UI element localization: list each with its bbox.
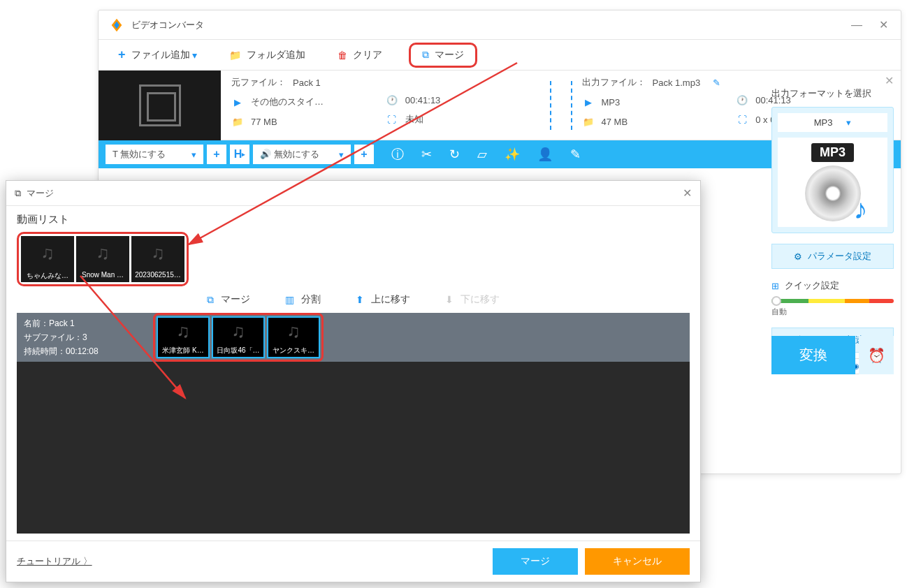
music-note-icon: ♫ xyxy=(176,321,190,342)
parameter-settings-button[interactable]: ⚙ パラメータ設定 xyxy=(771,244,894,269)
add-folder-label: フォルダ追加 xyxy=(247,49,305,61)
pack-info: 名前：Pack 1 サブファイル：3 持続時間：00:12:08 xyxy=(24,318,143,358)
music-note-icon: ♫ xyxy=(151,242,165,264)
source-style: その他のスタイ… xyxy=(251,96,324,108)
expand-icon: ⛶ xyxy=(386,113,398,126)
folder-icon: 📁 xyxy=(582,115,595,128)
folder-plus-icon: 📁 xyxy=(229,50,241,61)
quality-slider[interactable] xyxy=(771,299,894,303)
output-name: Pack 1.mp3 xyxy=(653,78,701,88)
output-format: MP3 xyxy=(602,97,621,108)
format-badge: MP3 xyxy=(811,143,854,162)
format-select[interactable]: MP3 ▾ xyxy=(778,113,887,132)
right-panel: 出力フォーマットを選択 MP3 ▾ MP3 ♪ ⚙ パラメータ設定 ⊞ xyxy=(764,80,901,381)
param-label: パラメータ設定 xyxy=(808,250,871,263)
subtitle-tool-icon[interactable]: ✎ xyxy=(570,147,581,162)
video-item[interactable]: ♫ 2023062515… xyxy=(131,236,184,282)
play-icon: ▶ xyxy=(231,96,244,108)
arrow-up-icon: ⬆ xyxy=(356,294,364,305)
quick-label: クイック設定 xyxy=(785,279,839,292)
music-note-icon: ♪ xyxy=(854,193,868,225)
music-note-icon: ♫ xyxy=(96,242,110,264)
format-value: MP3 xyxy=(814,117,833,128)
pack-item[interactable]: ♫ ヤンクスキ… xyxy=(267,316,320,358)
video-item[interactable]: ♫ ちゃんみな… xyxy=(21,236,74,282)
sliders-icon: ⊞ xyxy=(771,281,779,291)
dialog-title: マージ xyxy=(27,187,54,200)
text-select[interactable]: T 無効にする▾ xyxy=(106,145,203,164)
app-logo-icon xyxy=(109,17,124,33)
clock-icon: 🕐 xyxy=(386,94,398,106)
pack-subcount: 3 xyxy=(82,332,87,342)
video-item[interactable]: ♫ Snow Man … xyxy=(76,236,129,282)
convert-button[interactable]: 変換 xyxy=(771,336,855,374)
format-panel-title: 出力フォーマットを選択 xyxy=(771,87,894,100)
dialog-actions: ⧉マージ ▥分割 ⬆上に移す ⬇下に移す xyxy=(17,286,690,313)
dialog-body: 動画リスト ♫ ちゃんみな… ♫ Snow Man … ♫ 2023062515… xyxy=(6,206,700,541)
action-move-up[interactable]: ⬆上に移す xyxy=(356,293,410,306)
merge-button[interactable]: ⧉ マージ xyxy=(409,43,477,68)
schedule-button[interactable]: ⏰ xyxy=(859,336,894,374)
add-text-button[interactable]: + xyxy=(207,145,226,164)
merge-label: マージ xyxy=(435,49,464,61)
slider-label: 自動 xyxy=(771,307,894,317)
quick-settings-title: ⊞ クイック設定 xyxy=(771,279,894,292)
source-label: 元ファイル： xyxy=(231,76,286,89)
file-thumbnail[interactable] xyxy=(99,71,221,140)
merge-dialog: ⧉ マージ ✕ 動画リスト ♫ ちゃんみな… ♫ Snow Man … ♫ 20… xyxy=(6,180,701,582)
titlebar: ビデオコンバータ — ✕ xyxy=(99,10,901,40)
pack-name: Pack 1 xyxy=(49,318,75,328)
watermark-tool-icon[interactable]: 👤 xyxy=(537,147,553,162)
folder-icon: 📁 xyxy=(231,115,244,128)
merge-dialog-icon: ⧉ xyxy=(15,188,21,199)
edit-icon[interactable]: ✎ xyxy=(713,78,720,88)
dialog-merge-button[interactable]: マージ xyxy=(493,548,578,575)
clear-button[interactable]: 🗑 クリア xyxy=(332,46,388,64)
output-label: 出力ファイル： xyxy=(582,76,646,89)
rotate-tool-icon[interactable]: ↻ xyxy=(449,147,460,162)
pack-item-name: ヤンクスキ… xyxy=(268,344,319,357)
music-note-icon: ♫ xyxy=(286,321,300,342)
add-file-button[interactable]: + ファイル追加 ▾ xyxy=(113,45,203,65)
cut-tool-icon[interactable]: ✂ xyxy=(421,147,432,162)
pack-item-name: 米津玄師 K… xyxy=(158,344,208,357)
sliders-icon: ⚙ xyxy=(794,251,802,262)
video-list: ♫ ちゃんみな… ♫ Snow Man … ♫ 2023062515… xyxy=(17,232,189,286)
window-controls: — ✕ xyxy=(850,18,890,32)
effects-tool-icon[interactable]: ✨ xyxy=(505,147,520,162)
split-icon: ▥ xyxy=(285,294,294,305)
merge-icon: ⧉ xyxy=(422,49,429,61)
video-name: 2023062515… xyxy=(131,270,184,280)
expand-icon: ⛶ xyxy=(736,113,748,126)
close-button[interactable]: ✕ xyxy=(876,18,890,32)
clear-label: クリア xyxy=(353,49,382,61)
pack-item[interactable]: ♫ 米津玄師 K… xyxy=(157,316,210,358)
merge-icon: ⧉ xyxy=(207,294,214,306)
dialog-close-button[interactable]: ✕ xyxy=(683,186,692,200)
add-audio-button[interactable]: + xyxy=(354,145,374,164)
video-name: ちゃんみな… xyxy=(21,270,74,282)
source-size: 77 MB xyxy=(251,117,277,127)
audio-select[interactable]: 🔊 無効にする▾ xyxy=(253,145,351,164)
pack-item[interactable]: ♫ 日向坂46「… xyxy=(212,316,265,358)
app-title: ビデオコンバータ xyxy=(131,19,850,31)
info-tool-icon[interactable]: ⓘ xyxy=(391,146,404,163)
action-split[interactable]: ▥分割 xyxy=(285,293,321,306)
source-dim: 未知 xyxy=(405,113,423,126)
dialog-cancel-button[interactable]: キャンセル xyxy=(585,548,690,575)
action-merge[interactable]: ⧉マージ xyxy=(207,293,250,306)
play-icon: ▶ xyxy=(582,96,595,108)
tutorial-link[interactable]: チュートリアル 〉 xyxy=(17,555,92,568)
source-duration: 00:41:13 xyxy=(405,95,441,105)
dialog-titlebar: ⧉ マージ ✕ xyxy=(6,181,700,206)
add-folder-button[interactable]: 📁 フォルダ追加 xyxy=(224,46,311,64)
pack-duration: 00:12:08 xyxy=(66,346,99,356)
music-note-icon: ♫ xyxy=(231,321,245,342)
minimize-button[interactable]: — xyxy=(850,18,864,32)
crop-tool-icon[interactable]: ▱ xyxy=(477,147,487,162)
add-file-label: ファイル追加 xyxy=(131,49,190,61)
pack-items: ♫ 米津玄師 K… ♫ 日向坂46「… ♫ ヤンクスキ… xyxy=(153,313,324,362)
music-note-icon: ♫ xyxy=(41,242,55,264)
arrow-down-icon: ⬇ xyxy=(445,294,454,305)
hardcode-button[interactable]: H▸ xyxy=(230,145,249,164)
